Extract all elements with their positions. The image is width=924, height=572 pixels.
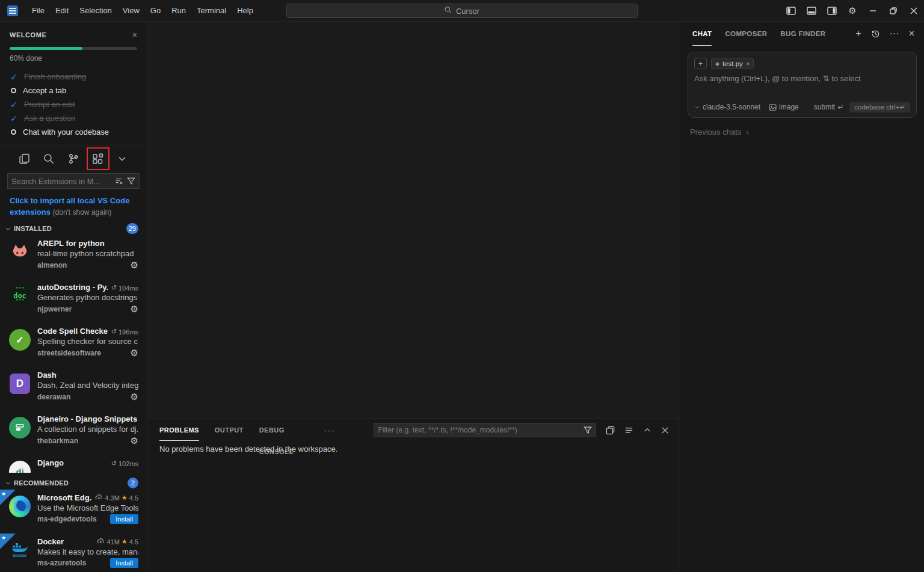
close-window-icon[interactable] — [904, 0, 924, 22]
extension-item-dash[interactable]: D Dash Dash, Zeal and Velocity integr...… — [0, 367, 147, 411]
chevron-down-icon — [5, 226, 11, 232]
context-chip-testpy[interactable]: ◆ test.py × — [711, 58, 754, 69]
welcome-panel: WELCOME × 60% done ✓ Finish onboarding A… — [0, 22, 147, 146]
more-tabs-icon[interactable]: ··· — [324, 426, 335, 435]
menu-terminal[interactable]: Terminal — [191, 0, 232, 22]
codebase-button[interactable]: codebase ctrl+↵ — [849, 102, 910, 112]
restore-icon[interactable] — [883, 0, 904, 22]
welcome-close-icon[interactable]: × — [132, 30, 137, 40]
django-icon: dj — [8, 460, 31, 473]
toggle-bottom-panel-icon[interactable] — [801, 0, 822, 22]
recommended-section-header[interactable]: RECOMMENDED 2 — [0, 476, 147, 490]
editor-area[interactable] — [147, 22, 679, 419]
left-sidebar: WELCOME × 60% done ✓ Finish onboarding A… — [0, 22, 147, 571]
extension-item-docker[interactable]: ★ docker Docker 41M ★ 4.5 Makes i — [0, 534, 147, 571]
clear-filter-icon[interactable] — [115, 177, 123, 185]
installed-count-badge: 29 — [126, 223, 138, 234]
menu-view[interactable]: View — [117, 0, 145, 22]
dash-icon: D — [8, 372, 31, 395]
rating-star-icon: ★ — [122, 538, 128, 546]
extension-item-ms-edge-tools[interactable]: ★ Microsoft Edg... 4.3M ★ 4.5 Use the Mi… — [0, 490, 147, 534]
check-icon: ✓ — [10, 100, 18, 109]
problems-filter-box — [374, 423, 596, 437]
explorer-icon[interactable] — [14, 148, 35, 170]
menu-help[interactable]: Help — [232, 0, 259, 22]
task-ask-a-question[interactable]: ✓ Ask a question — [10, 111, 137, 125]
import-extensions-block: Click to import all local VS Code extens… — [10, 195, 137, 218]
tab-chat[interactable]: CHAT — [692, 22, 712, 46]
search-icon[interactable] — [38, 148, 60, 170]
group-panels-icon[interactable] — [606, 426, 615, 435]
task-chat-with-codebase[interactable]: Chat with your codebase — [10, 125, 137, 139]
manage-gear-icon[interactable]: ⚙ — [131, 392, 138, 402]
menu-file[interactable]: File — [26, 0, 50, 22]
manage-gear-icon[interactable]: ⚙ — [131, 304, 138, 315]
rating-star-icon: ★ — [122, 494, 128, 502]
task-prompt-an-edit[interactable]: ✓ Prompt an edit — [10, 97, 137, 111]
toggle-right-sidebar-icon[interactable] — [822, 0, 842, 22]
activity-bar — [0, 146, 147, 172]
menu-go[interactable]: Go — [145, 0, 166, 22]
maximize-panel-chevron-icon[interactable] — [643, 426, 651, 434]
extension-item-djaneiro[interactable]: Djaneiro - Django Snippets A collection … — [0, 411, 147, 455]
menu-run[interactable]: Run — [166, 0, 191, 22]
settings-gear-icon[interactable]: ⚙ — [842, 0, 863, 22]
chat-input[interactable] — [694, 74, 910, 102]
manage-gear-icon[interactable]: ⚙ — [131, 260, 138, 271]
arepl-icon — [8, 241, 31, 263]
dont-show-again-note[interactable]: (don't show again) — [53, 208, 112, 217]
toggle-left-sidebar-icon[interactable] — [781, 0, 801, 22]
model-selector[interactable]: claude-3.5-sonnet — [694, 103, 760, 111]
bottom-panel: PROBLEMS OUTPUT DEBUG CONSOLE ··· — [147, 419, 679, 571]
filter-funnel-icon[interactable] — [127, 177, 135, 185]
tab-output[interactable]: OUTPUT — [215, 419, 244, 441]
app-logo-icon — [7, 5, 18, 16]
submit-button[interactable]: submit ↵ — [814, 103, 843, 111]
extensions-icon[interactable] — [87, 148, 109, 170]
close-panel-icon[interactable] — [661, 426, 669, 434]
filter-funnel-icon[interactable] — [584, 426, 592, 434]
chevron-right-icon: › — [746, 128, 748, 137]
more-views-chevron-icon[interactable] — [111, 148, 133, 170]
command-center-label: Cursor — [456, 7, 479, 16]
tab-composer[interactable]: COMPOSER — [725, 22, 767, 46]
previous-chats-link[interactable]: Previous chats › — [690, 128, 924, 137]
extensions-search-box — [7, 173, 140, 189]
chat-history-icon[interactable] — [871, 29, 880, 38]
remove-chip-icon[interactable]: × — [746, 60, 750, 67]
djaneiro-icon — [8, 416, 31, 439]
view-as-list-icon[interactable] — [624, 426, 633, 435]
minimize-icon[interactable] — [863, 0, 883, 22]
extension-item-autodocstring[interactable]: """doc""" autoDocstring - Py... ↺104ms G… — [0, 279, 147, 323]
chevron-down-icon — [5, 480, 11, 487]
add-context-button[interactable]: + — [694, 58, 707, 69]
welcome-title: WELCOME — [10, 31, 46, 38]
recommended-star-ribbon-icon: ★ — [0, 534, 16, 549]
manage-gear-icon[interactable]: ⚙ — [131, 435, 138, 446]
new-chat-plus-icon[interactable]: + — [855, 28, 861, 39]
menu-edit[interactable]: Edit — [50, 0, 74, 22]
task-accept-a-tab[interactable]: Accept a tab — [10, 84, 137, 97]
attach-image-button[interactable]: image — [769, 103, 799, 111]
install-button[interactable]: Install — [110, 514, 138, 524]
extension-item-django[interactable]: dj Django ↺102ms — [0, 455, 147, 473]
menu-bar: File Edit Selection View Go Run Terminal… — [26, 0, 259, 22]
extension-item-code-spell-checker[interactable]: ✓ Code Spell Checker ↺196ms Spelling che… — [0, 323, 147, 367]
installed-section-header[interactable]: INSTALLED 29 — [0, 222, 147, 235]
command-center-search[interactable]: Cursor — [286, 4, 638, 18]
problems-filter-input[interactable] — [378, 426, 580, 434]
extensions-search-input[interactable] — [11, 177, 111, 186]
task-finish-onboarding[interactable]: ✓ Finish onboarding — [10, 70, 137, 84]
tab-bug-finder[interactable]: BUG FINDER — [780, 22, 825, 46]
menu-selection[interactable]: Selection — [74, 0, 117, 22]
source-control-icon[interactable] — [63, 148, 84, 170]
extension-item-arepl[interactable]: AREPL for python real-time python scratc… — [0, 235, 147, 279]
chat-panel: CHAT COMPOSER BUG FINDER + ··· × + ◆ tes… — [679, 22, 924, 571]
close-chat-panel-icon[interactable]: × — [909, 28, 914, 39]
tab-problems[interactable]: PROBLEMS — [159, 419, 199, 441]
more-options-icon[interactable]: ··· — [890, 28, 899, 39]
install-button[interactable]: Install — [110, 558, 138, 568]
manage-gear-icon[interactable]: ⚙ — [131, 348, 138, 358]
autodocstring-icon: """doc""" — [8, 284, 31, 307]
tab-debug-console[interactable]: DEBUG CONSOLE — [259, 419, 311, 441]
